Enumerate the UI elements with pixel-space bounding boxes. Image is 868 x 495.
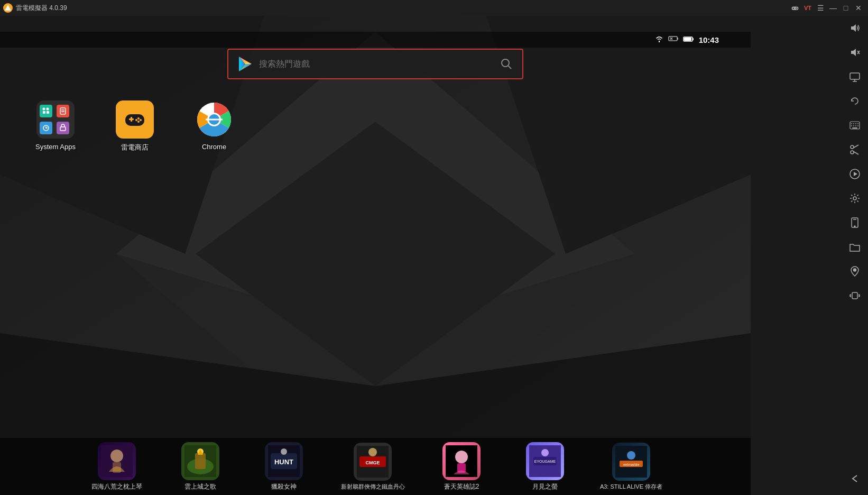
sidebar-scissors-icon[interactable] [844, 139, 866, 161]
sidebar-vibrate-icon[interactable] [844, 285, 866, 307]
minimize-button[interactable]: — [828, 3, 838, 13]
svg-point-2 [793, 8, 794, 9]
game-label-3: 獵殺女神 [271, 482, 297, 491]
game-label-1: 四海八荒之枕上琴 [91, 482, 142, 491]
svg-point-3 [796, 7, 797, 8]
game-item-4[interactable]: CMGE 新射鵰群俠傳之鐵血丹心 [338, 443, 407, 491]
svg-rect-35 [60, 127, 66, 131]
sidebar-back-button[interactable] [844, 468, 866, 490]
chrome-label: Chrome [202, 143, 226, 151]
game-label-2: 雲上城之歌 [184, 482, 216, 491]
game-item-2[interactable]: 雲上城之歌 [171, 442, 229, 491]
app-icon-system-apps[interactable]: System Apps [32, 100, 79, 151]
svg-rect-31 [60, 108, 66, 114]
search-input[interactable] [259, 59, 499, 69]
status-icons: 10:43 [654, 35, 719, 44]
menu-icon[interactable]: ☰ [815, 3, 826, 13]
chrome-svg-icon [195, 100, 233, 139]
game-icon-5 [442, 442, 481, 480]
game-label-4: 新射鵰群俠傳之鐵血丹心 [341, 483, 405, 491]
svg-point-47 [110, 450, 123, 462]
battery-blocked-icon [668, 35, 679, 44]
svg-point-40 [140, 119, 142, 121]
search-bar-wrapper [227, 49, 523, 79]
play-store-icon [237, 56, 254, 72]
search-button[interactable] [499, 57, 514, 71]
system-apps-icon-img [36, 100, 75, 139]
svg-line-26 [509, 66, 512, 69]
svg-point-98 [854, 226, 855, 227]
svg-text:netmarble: netmarble [623, 463, 639, 466]
game-icon-6: EYOUGAME [526, 442, 564, 480]
sidebar-play-icon[interactable] [844, 163, 866, 185]
search-bar[interactable] [227, 49, 523, 79]
leidian-store-label: 雷電商店 [121, 143, 149, 152]
svg-point-90 [851, 145, 854, 149]
svg-point-96 [853, 197, 856, 200]
svg-rect-101 [852, 292, 857, 299]
desktop-icons: System Apps 雷電商店 [32, 100, 238, 152]
svg-rect-29 [43, 111, 45, 114]
svg-point-91 [851, 151, 854, 154]
svg-marker-0 [5, 5, 11, 11]
sidebar-settings-icon[interactable] [844, 187, 866, 209]
sidebar-volume-off-icon[interactable] [844, 41, 866, 63]
svg-point-27 [43, 108, 45, 111]
game-label-6: 月見之螢 [532, 482, 558, 491]
sidebar-location-icon[interactable] [844, 260, 866, 282]
svg-point-42 [135, 119, 137, 121]
svg-point-68 [541, 449, 549, 456]
game-label-7: A3: STILL ALIVE 倖存者 [600, 483, 662, 491]
svg-marker-95 [854, 172, 857, 176]
background-pattern [0, 16, 751, 495]
svg-marker-74 [851, 49, 856, 56]
sidebar-keyboard-icon[interactable] [844, 114, 866, 136]
svg-point-6 [797, 8, 798, 9]
maximize-button[interactable]: □ [841, 3, 851, 13]
app-title: 雷電模擬器 4.0.39 [16, 4, 67, 13]
game-item-6[interactable]: EYOUGAME 月見之螢 [516, 442, 574, 491]
svg-line-92 [854, 145, 859, 148]
game-icon-2 [181, 442, 219, 480]
svg-rect-20 [684, 38, 691, 41]
svg-point-100 [854, 269, 856, 271]
svg-point-39 [137, 117, 140, 120]
gamepad-icon[interactable] [790, 3, 800, 13]
game-icon-7: netmarble [612, 443, 650, 481]
svg-line-93 [854, 152, 859, 155]
svg-point-57 [281, 448, 287, 455]
game-label-5: 蒼天英雄誌2 [444, 482, 479, 491]
sidebar-phone-icon[interactable] [844, 212, 866, 234]
game-item-7[interactable]: netmarble A3: STILL ALIVE 倖存者 [599, 443, 663, 491]
window-controls: VT ☰ — □ ✕ [790, 3, 868, 13]
status-time: 10:43 [699, 35, 719, 44]
svg-point-5 [796, 8, 797, 9]
svg-rect-38 [131, 117, 132, 122]
sidebar-folder-icon[interactable] [844, 236, 866, 258]
app-icon-chrome[interactable]: Chrome [190, 100, 238, 151]
svg-rect-51 [195, 453, 206, 469]
right-sidebar [842, 16, 868, 495]
sidebar-rotate-icon[interactable] [844, 90, 866, 112]
svg-text:EYOUGAME: EYOUGAME [534, 460, 556, 463]
game-item-1[interactable]: 四海八荒之枕上琴 [88, 442, 146, 491]
svg-rect-19 [692, 38, 694, 40]
svg-rect-30 [47, 111, 49, 114]
game-item-3[interactable]: HUNT 獵殺女神 [255, 442, 313, 491]
sidebar-volume-icon[interactable] [844, 17, 866, 39]
svg-point-4 [796, 9, 797, 10]
leidian-store-icon-img [116, 100, 154, 139]
system-apps-label: System Apps [35, 143, 76, 151]
game-item-5[interactable]: 蒼天英雄誌2 [432, 442, 491, 491]
svg-text:CMGE: CMGE [366, 460, 380, 465]
game-icon-1 [98, 442, 136, 480]
status-bar: 10:43 [0, 32, 751, 48]
close-button[interactable]: ✕ [853, 3, 864, 13]
vt-icon[interactable]: VT [802, 3, 813, 13]
app-icon-leidian-store[interactable]: 雷電商店 [111, 100, 159, 152]
title-bar: 雷電模擬器 4.0.39 VT ☰ — □ ✕ [0, 0, 868, 16]
bottom-game-bar: 四海八荒之枕上琴 雲上城之歌 H [0, 438, 751, 495]
sidebar-display-icon[interactable] [844, 66, 866, 88]
svg-rect-77 [850, 73, 860, 79]
svg-point-25 [502, 59, 509, 67]
